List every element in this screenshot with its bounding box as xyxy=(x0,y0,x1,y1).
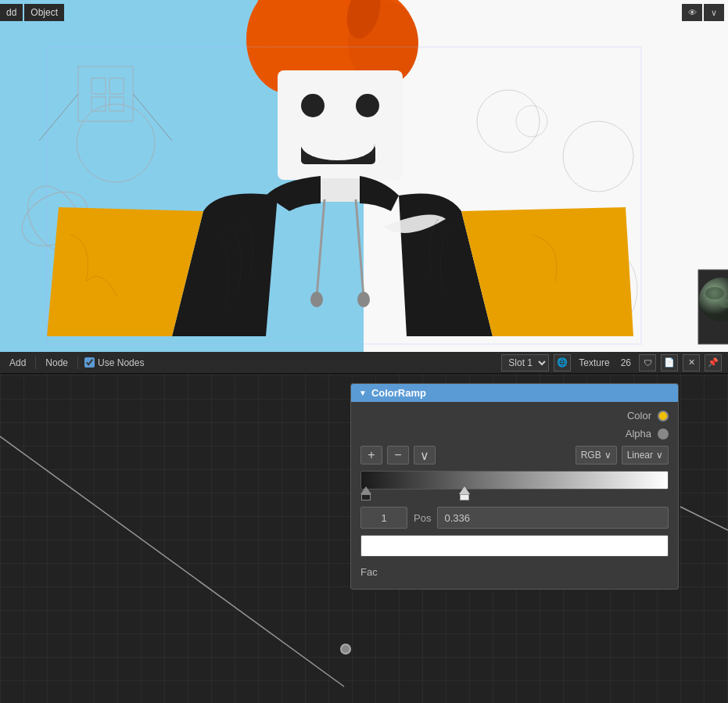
top-menu: dd Object xyxy=(0,4,64,21)
panel-body: Color Alpha + − ∨ RGB ∨ Linear xyxy=(351,402,678,589)
alpha-row: Alpha xyxy=(360,428,669,439)
slot-select[interactable]: Slot 1 xyxy=(501,354,549,371)
close-icon-button[interactable]: ✕ xyxy=(683,354,700,371)
pos-label: Pos xyxy=(414,512,431,524)
remove-stop-button[interactable]: − xyxy=(387,446,409,464)
world-icon-button[interactable]: 🌐 xyxy=(554,354,571,371)
toolbar-separator-1 xyxy=(35,357,36,369)
gradient-handle-left[interactable] xyxy=(360,486,371,500)
texture-label-item: Texture xyxy=(576,356,612,370)
chevron-rgb-icon: ∨ xyxy=(604,450,611,461)
alpha-label: Alpha xyxy=(626,428,651,439)
svg-point-32 xyxy=(310,292,323,307)
viewport: dd Object 👁 ∨ xyxy=(0,0,728,352)
pin-icon: 📌 xyxy=(708,357,719,368)
svg-point-37 xyxy=(705,287,724,299)
toolbar-separator-2 xyxy=(77,357,78,369)
add-stop-button[interactable]: + xyxy=(360,446,382,464)
node-toolbar-button[interactable]: Node xyxy=(42,356,71,370)
use-nodes-checkbox-container: Use Nodes xyxy=(84,357,144,368)
eye-icon: 👁 xyxy=(688,8,697,17)
character-scene xyxy=(0,0,728,352)
shield-icon: 🛡 xyxy=(644,358,652,368)
panel-header[interactable]: ▼ ColorRamp xyxy=(351,384,678,402)
chevron-linear-icon: ∨ xyxy=(656,450,663,461)
svg-line-39 xyxy=(0,436,344,687)
pin-icon-button[interactable]: 📌 xyxy=(705,354,722,371)
slot-number-item: 26 xyxy=(618,356,634,370)
panel-title: ColorRamp xyxy=(371,387,426,399)
gradient-bar-container xyxy=(360,471,669,500)
close-icon: ✕ xyxy=(688,357,695,368)
index-field[interactable]: 1 xyxy=(360,507,407,529)
fac-handle[interactable] xyxy=(340,644,351,655)
svg-line-40 xyxy=(680,507,728,530)
linear-dropdown[interactable]: Linear ∨ xyxy=(622,446,669,464)
svg-rect-29 xyxy=(319,178,362,202)
color-swatch[interactable] xyxy=(360,535,669,557)
collapse-triangle-icon: ▼ xyxy=(359,389,367,397)
gradient-handles xyxy=(360,490,669,500)
svg-point-33 xyxy=(357,292,370,307)
color-row: Color xyxy=(360,410,669,421)
color-socket[interactable] xyxy=(658,411,669,421)
world-icon: 🌐 xyxy=(557,357,568,368)
node-toolbar: Add Node Use Nodes Slot 1 🌐 Texture 26 🛡… xyxy=(0,352,728,374)
copy-icon-button[interactable]: 📄 xyxy=(661,354,678,371)
copy-icon: 📄 xyxy=(664,357,675,368)
viewport-dropdown-button[interactable]: ∨ xyxy=(704,4,724,21)
alpha-socket[interactable] xyxy=(658,429,669,439)
fac-label: Fac xyxy=(360,563,669,581)
svg-rect-26 xyxy=(356,94,379,117)
use-nodes-checkbox[interactable] xyxy=(84,357,95,368)
pos-row: 1 Pos 0.336 xyxy=(360,507,669,529)
add-menu-button[interactable]: dd xyxy=(0,4,23,21)
add-toolbar-button[interactable]: Add xyxy=(6,356,29,370)
colorramp-panel: ▼ ColorRamp Color Alpha + − ∨ RGB xyxy=(350,383,679,590)
object-menu-button[interactable]: Object xyxy=(24,4,64,21)
top-right-controls: 👁 ∨ xyxy=(682,4,724,21)
shield-icon-button[interactable]: 🛡 xyxy=(639,354,656,371)
viewport-icon-button[interactable]: 👁 xyxy=(682,4,702,21)
gradient-handle-right[interactable] xyxy=(459,486,470,500)
controls-row: + − ∨ RGB ∨ Linear ∨ xyxy=(360,446,669,464)
chevron-down-icon: ∨ xyxy=(711,8,717,18)
rgb-dropdown[interactable]: RGB ∨ xyxy=(576,446,617,464)
node-editor: Add Node Use Nodes Slot 1 🌐 Texture 26 🛡… xyxy=(0,352,728,703)
svg-point-28 xyxy=(301,129,375,160)
dropdown-stop-button[interactable]: ∨ xyxy=(414,446,436,464)
pos-value-field[interactable]: 0.336 xyxy=(437,507,669,529)
color-label: Color xyxy=(627,410,651,421)
gradient-bar[interactable] xyxy=(360,471,669,490)
svg-rect-25 xyxy=(301,94,325,117)
